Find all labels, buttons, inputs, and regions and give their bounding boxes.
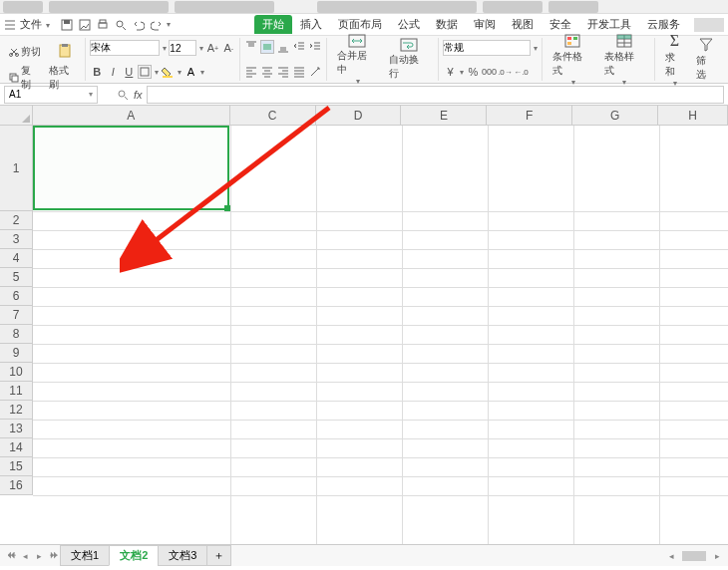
format-painter-button[interactable]: 格式刷: [46, 63, 82, 93]
tab-start[interactable]: 开始: [254, 15, 292, 34]
add-sheet-button[interactable]: ＋: [206, 545, 231, 566]
comma-style-icon[interactable]: 000: [482, 65, 496, 79]
underline-button[interactable]: U: [122, 65, 136, 79]
hscroll-right-icon[interactable]: ▸: [710, 549, 724, 563]
sheet-tab-1[interactable]: 文档2: [109, 545, 159, 566]
col-header-E[interactable]: E: [401, 106, 487, 125]
row-header-13[interactable]: 13: [0, 420, 33, 438]
search-box-collapsed[interactable]: [694, 18, 724, 32]
spreadsheet-grid[interactable]: ACDEFGH 12345678910111213141516: [0, 106, 728, 544]
formula-input[interactable]: [147, 86, 724, 104]
tab-insert[interactable]: 插入: [292, 15, 330, 34]
redo-icon[interactable]: [150, 18, 164, 32]
align-middle-icon[interactable]: [260, 40, 274, 54]
row-header-5[interactable]: 5: [0, 268, 33, 287]
copy-button[interactable]: 复制: [6, 63, 44, 93]
chevron-down-icon[interactable]: ▾: [178, 68, 182, 77]
bold-button[interactable]: B: [90, 65, 104, 79]
row-header-4[interactable]: 4: [0, 249, 33, 268]
filter-button[interactable]: 筛选: [690, 40, 722, 79]
row-header-16[interactable]: 16: [0, 476, 33, 495]
border-button[interactable]: [138, 65, 152, 79]
chevron-down-icon[interactable]: ▾: [200, 68, 204, 77]
decrease-decimal-icon[interactable]: ←.0: [514, 65, 528, 79]
qa-customize-dropdown[interactable]: ▾: [167, 20, 171, 29]
orientation-icon[interactable]: [308, 65, 322, 79]
select-all-corner[interactable]: [0, 106, 33, 126]
chevron-down-icon[interactable]: ▾: [199, 44, 203, 53]
tab-formula[interactable]: 公式: [390, 15, 428, 34]
print-preview-icon[interactable]: [114, 18, 128, 32]
increase-font-icon[interactable]: A+: [205, 41, 219, 55]
chevron-down-icon[interactable]: ▾: [460, 68, 464, 77]
row-header-6[interactable]: 6: [0, 287, 33, 306]
active-cell[interactable]: [33, 126, 229, 210]
file-menu[interactable]: 文件 ▾: [20, 17, 50, 32]
wrap-text-button[interactable]: 自动换行: [383, 40, 435, 79]
tab-data[interactable]: 数据: [428, 15, 466, 34]
align-left-icon[interactable]: [244, 65, 258, 79]
chevron-down-icon[interactable]: ▾: [89, 90, 93, 99]
number-format-select[interactable]: [443, 40, 531, 56]
chevron-down-icon[interactable]: ▾: [155, 68, 159, 77]
font-size-select[interactable]: [169, 40, 196, 56]
tab-review[interactable]: 审阅: [466, 15, 504, 34]
italic-button[interactable]: I: [106, 65, 120, 79]
decrease-font-icon[interactable]: A-: [221, 41, 235, 55]
col-header-A[interactable]: A: [33, 106, 230, 125]
col-header-D[interactable]: D: [316, 106, 402, 125]
align-top-icon[interactable]: [244, 40, 258, 54]
sheet-tab-0[interactable]: 文档1: [60, 545, 110, 566]
increase-indent-icon[interactable]: [308, 40, 322, 54]
currency-icon[interactable]: ¥: [443, 65, 457, 79]
chevron-down-icon[interactable]: ▾: [163, 44, 167, 53]
tab-layout[interactable]: 页面布局: [330, 15, 390, 34]
col-header-G[interactable]: G: [572, 106, 658, 125]
print-icon[interactable]: [96, 18, 110, 32]
align-center-icon[interactable]: [260, 65, 274, 79]
paste-button[interactable]: [50, 40, 80, 63]
hamburger-icon[interactable]: [4, 19, 16, 31]
justify-icon[interactable]: [292, 65, 306, 79]
row-header-3[interactable]: 3: [0, 230, 33, 249]
tab-security[interactable]: 安全: [542, 15, 579, 34]
undo-icon[interactable]: [132, 18, 146, 32]
save-icon[interactable]: [60, 18, 74, 32]
row-header-8[interactable]: 8: [0, 325, 33, 344]
hscroll-thumb[interactable]: [682, 551, 706, 561]
cells-grid[interactable]: [33, 126, 728, 544]
row-header-1[interactable]: 1: [0, 126, 33, 211]
merge-center-button[interactable]: 合并居中▾: [331, 40, 383, 79]
sheet-next-icon[interactable]: ▸: [32, 549, 46, 563]
sheet-tab-2[interactable]: 文档3: [158, 545, 207, 566]
hscroll-left-icon[interactable]: ◂: [664, 549, 678, 563]
col-header-H[interactable]: H: [658, 106, 728, 125]
expand-namebox-icon[interactable]: [116, 88, 130, 102]
chevron-down-icon[interactable]: ▾: [534, 44, 538, 53]
fill-color-button[interactable]: [161, 65, 175, 79]
decrease-indent-icon[interactable]: [292, 40, 306, 54]
sheet-last-icon[interactable]: ⯮: [46, 549, 60, 563]
tab-dev[interactable]: 开发工具: [579, 15, 639, 34]
increase-decimal-icon[interactable]: .0→: [498, 65, 512, 79]
row-header-15[interactable]: 15: [0, 457, 33, 476]
save-as-icon[interactable]: [78, 18, 92, 32]
cut-button[interactable]: 剪切: [6, 44, 44, 60]
row-header-10[interactable]: 10: [0, 363, 33, 382]
row-header-9[interactable]: 9: [0, 344, 33, 363]
font-color-button[interactable]: A: [183, 65, 197, 79]
column-headers[interactable]: ACDEFGH: [33, 106, 728, 126]
tab-view[interactable]: 视图: [504, 15, 542, 34]
conditional-format-button[interactable]: 条件格式▾: [546, 40, 598, 79]
sheet-prev-icon[interactable]: ◂: [18, 549, 32, 563]
sheet-first-icon[interactable]: ⯬: [4, 549, 18, 563]
row-header-12[interactable]: 12: [0, 401, 33, 420]
table-style-button[interactable]: 表格样式▾: [598, 40, 650, 79]
sum-button[interactable]: Σ 求和▾: [659, 40, 691, 79]
row-headers[interactable]: 12345678910111213141516: [0, 126, 33, 495]
row-header-11[interactable]: 11: [0, 382, 33, 401]
col-header-C[interactable]: C: [230, 106, 316, 125]
percent-icon[interactable]: %: [466, 65, 480, 79]
fx-label[interactable]: fx: [134, 89, 143, 101]
row-header-7[interactable]: 7: [0, 306, 33, 325]
